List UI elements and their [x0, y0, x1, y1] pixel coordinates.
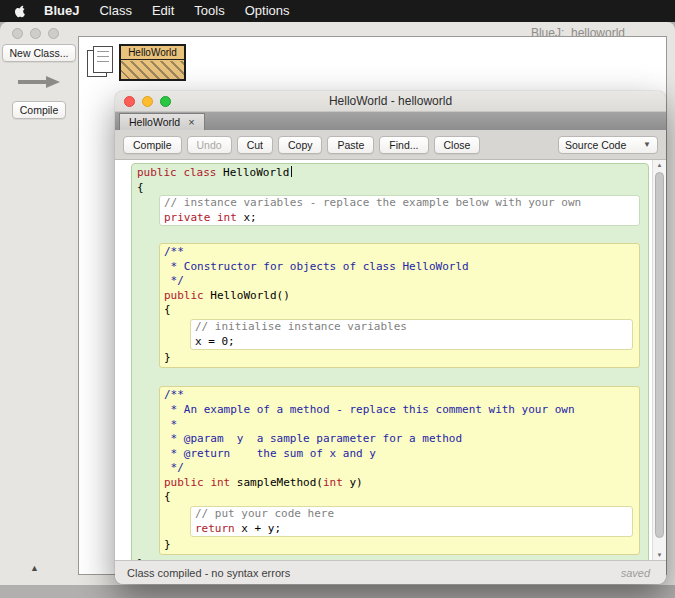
code-token: public — [137, 166, 177, 179]
chevron-down-icon: ▼ — [643, 140, 651, 149]
tab-close-icon[interactable]: × — [188, 117, 194, 128]
code-line[interactable]: */ — [164, 461, 639, 476]
code-token: y) — [343, 476, 363, 489]
close-button[interactable] — [12, 28, 23, 39]
code-line[interactable]: return x + y; — [195, 522, 632, 537]
code-line[interactable] — [137, 226, 648, 241]
close-button-toolbar[interactable]: Close — [434, 136, 481, 154]
close-button[interactable] — [124, 96, 135, 107]
code-token: public — [164, 289, 204, 302]
undo-button[interactable]: Undo — [187, 136, 232, 154]
code-line[interactable]: public int sampleMethod(int y) — [164, 476, 639, 491]
cut-button[interactable]: Cut — [237, 136, 273, 154]
code-token: * An example of a method - replace this … — [164, 403, 575, 416]
editor-compile-button[interactable]: Compile — [123, 136, 182, 154]
scope-inner: // put your code herereturn x + y; — [190, 506, 633, 537]
editor-titlebar[interactable]: HelloWorld - helloworld — [115, 91, 666, 112]
class-tools-panel: New Class... Compile — [0, 44, 78, 119]
code-line[interactable]: /** — [164, 245, 639, 260]
saved-indicator: saved — [621, 567, 650, 579]
code-line[interactable]: // initialise instance variables — [195, 320, 632, 335]
code-token: * @return the sum of x and y — [164, 447, 376, 460]
code-line[interactable]: * @return the sum of x and y — [164, 447, 639, 462]
code-line[interactable]: } — [164, 351, 639, 366]
code-line[interactable]: */ — [164, 274, 639, 289]
code-token: */ — [164, 461, 184, 474]
find-button[interactable]: Find... — [379, 136, 428, 154]
scope-white: // instance variables - replace the exam… — [159, 195, 640, 226]
code-line[interactable]: public class HelloWorld — [137, 166, 648, 181]
code-line[interactable] — [137, 370, 648, 385]
code-line[interactable]: { — [164, 303, 639, 318]
code-line[interactable]: { — [164, 490, 639, 505]
code-token: * Constructor for objects of class Hello… — [164, 260, 469, 273]
menu-bluej[interactable]: BlueJ — [34, 0, 89, 22]
tab-label: HelloWorld — [129, 116, 180, 128]
extends-arrow-icon — [16, 75, 62, 89]
menu-options[interactable]: Options — [235, 0, 300, 22]
zoom-button[interactable] — [48, 28, 59, 39]
paste-button[interactable]: Paste — [327, 136, 374, 154]
code-line[interactable]: // instance variables - replace the exam… — [164, 196, 639, 211]
code-token: } — [164, 538, 171, 551]
code-line[interactable]: * — [164, 418, 639, 433]
code-line[interactable]: private int x; — [164, 211, 639, 226]
text-caret — [291, 166, 292, 177]
code-token: // put your code here — [195, 507, 334, 520]
code-line[interactable]: /** — [164, 388, 639, 403]
main-compile-button[interactable]: Compile — [12, 101, 67, 119]
code-line[interactable]: } — [164, 538, 639, 553]
zoom-button[interactable] — [160, 96, 171, 107]
code-token: { — [164, 490, 171, 503]
menu-tools[interactable]: Tools — [184, 0, 234, 22]
scroll-up-icon[interactable]: ▲ — [653, 162, 666, 168]
scope-green: public class HelloWorld{// instance vari… — [131, 163, 649, 560]
scope-yellow: /** * Constructor for objects of class H… — [159, 243, 640, 368]
code-token: class — [183, 166, 216, 179]
code-line[interactable]: * @param y a sample parameter for a meth… — [164, 432, 639, 447]
editor-window: HelloWorld - helloworld HelloWorld × Com… — [115, 91, 666, 584]
code-editor[interactable]: public class HelloWorld{// instance vari… — [115, 160, 652, 560]
code-line[interactable]: * An example of a method - replace this … — [164, 403, 639, 418]
code-line[interactable]: * Constructor for objects of class Hello… — [164, 260, 639, 275]
editor-statusbar: Class compiled - no syntax errors saved — [115, 560, 666, 584]
code-token: * @param y a sample parameter for a meth… — [164, 432, 462, 445]
editor-toolbar: Compile Undo Cut Copy Paste Find... Clos… — [115, 130, 666, 160]
vertical-scrollbar[interactable]: ▲ ▼ — [652, 160, 666, 560]
class-name-label: HelloWorld — [121, 46, 184, 60]
code-line[interactable]: x = 0; — [195, 335, 632, 350]
class-helloworld[interactable]: HelloWorld — [119, 44, 186, 81]
code-line[interactable]: { — [137, 181, 648, 196]
readme-icon[interactable] — [87, 46, 115, 79]
code-token: } — [164, 351, 171, 364]
view-selector[interactable]: Source Code ▼ — [558, 136, 658, 154]
code-token: { — [164, 303, 171, 316]
scope-inner: // initialise instance variablesx = 0; — [190, 319, 633, 350]
menu-edit[interactable]: Edit — [142, 0, 184, 22]
new-class-button[interactable]: New Class... — [2, 44, 77, 62]
scrollbar-thumb[interactable] — [655, 172, 664, 538]
copy-button[interactable]: Copy — [278, 136, 323, 154]
menu-class[interactable]: Class — [89, 0, 142, 22]
tab-helloworld[interactable]: HelloWorld × — [119, 113, 205, 130]
extends-arrow-tool[interactable] — [14, 74, 64, 90]
code-token: { — [137, 181, 144, 194]
code-token: x = 0; — [195, 335, 235, 348]
code-line[interactable]: // put your code here — [195, 507, 632, 522]
code-token: HelloWorld() — [204, 289, 290, 302]
scroll-down-icon[interactable]: ▼ — [653, 552, 666, 558]
code-token: /** — [164, 388, 184, 401]
code-token: int — [217, 211, 237, 224]
code-token: int — [323, 476, 343, 489]
code-token: private — [164, 211, 210, 224]
editor-title: HelloWorld - helloworld — [115, 91, 666, 111]
apple-menu-icon[interactable] — [14, 4, 26, 18]
minimize-button[interactable] — [30, 28, 41, 39]
uncompiled-stripes — [121, 61, 184, 79]
minimize-button[interactable] — [142, 96, 153, 107]
progress-indicator-icon: ▲ — [30, 563, 39, 573]
code-token: /** — [164, 245, 184, 258]
code-line[interactable]: public HelloWorld() — [164, 289, 639, 304]
code-token: x; — [237, 211, 257, 224]
editor-tabstrip: HelloWorld × — [115, 112, 666, 130]
